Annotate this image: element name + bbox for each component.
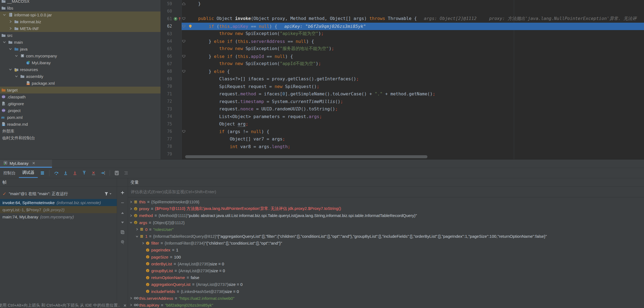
tab-mylibaray[interactable]: MyLibaray ✕ bbox=[0, 160, 52, 168]
tree-item[interactable]: informat.biz bbox=[0, 18, 161, 25]
tree-item[interactable]: .project bbox=[0, 107, 161, 114]
variable-row[interactable]: fpageSize=100 bbox=[128, 254, 644, 260]
variable-row[interactable]: fgroupByList={ArrayList@2736} size = 0 bbox=[128, 267, 644, 274]
variable-collapsed-chevron-icon[interactable] bbox=[135, 227, 140, 231]
editor-line[interactable]: 66 } else if (this.appId == null) { bbox=[161, 53, 644, 60]
editor-line[interactable]: 68 } else { bbox=[161, 68, 644, 75]
step-over-icon[interactable] bbox=[54, 171, 59, 175]
tab-console[interactable]: 控制台 bbox=[0, 168, 19, 178]
editor-line[interactable]: 70 SpiRequest request = new SpiRequest()… bbox=[161, 83, 644, 90]
variable-row[interactable]: this.serverAddress="https://uat2.informa… bbox=[128, 295, 644, 302]
tree-item[interactable]: __MACOSX bbox=[0, 0, 161, 5]
variable-collapsed-chevron-icon[interactable] bbox=[129, 214, 134, 218]
tree-collapsed-chevron-icon[interactable] bbox=[8, 19, 13, 24]
tab-debugger[interactable]: 调试器 bbox=[19, 168, 38, 178]
tree-expanded-chevron-icon[interactable] bbox=[2, 40, 7, 44]
variable-row[interactable]: this={SpiRemoteInvoke@1109} bbox=[128, 198, 644, 205]
variable-expanded-chevron-icon[interactable] bbox=[135, 234, 140, 238]
tree-expanded-chevron-icon[interactable] bbox=[2, 13, 7, 17]
editor-line[interactable]: 77 Object[] var7 = args; bbox=[161, 135, 644, 143]
editor-line[interactable]: 60 bbox=[161, 8, 644, 15]
editor-line[interactable]: 61 public Object invoke(Object proxy, Me… bbox=[161, 15, 644, 23]
tree-item[interactable]: .gitignore bbox=[0, 100, 161, 107]
evaluate-expression-icon[interactable] bbox=[114, 171, 119, 175]
close-icon[interactable]: ✕ bbox=[32, 161, 35, 165]
step-out-icon[interactable] bbox=[82, 171, 87, 175]
editor-line[interactable]: 64 } else if (this.serverAddress == null… bbox=[161, 38, 644, 45]
editor-line[interactable]: 59 } bbox=[161, 0, 644, 8]
variable-row[interactable]: freturnOptionName=false bbox=[128, 274, 644, 281]
step-into-icon[interactable] bbox=[63, 171, 68, 175]
evaluate-expression-input[interactable]: 评估表达式(Enter)或添加监视(Ctrl+Shift+Enter) bbox=[128, 187, 644, 197]
tree-item[interactable]: src bbox=[0, 32, 161, 39]
drop-frame-icon[interactable] bbox=[91, 171, 96, 175]
stack-frame-row[interactable]: queryList:-1, $Proxy7 (jdk.proxy2) bbox=[0, 206, 117, 213]
variable-row[interactable]: 0="rolesUser" bbox=[128, 226, 644, 233]
editor-horizontal-scrollbar[interactable] bbox=[185, 155, 427, 158]
editor-line[interactable]: 71 request.method = ifaces[0].getSimpleN… bbox=[161, 90, 644, 98]
stack-frame-row[interactable]: invoke:64, SpiRemoteInvoke (informat.biz… bbox=[0, 199, 117, 206]
tree-item[interactable]: resources bbox=[0, 66, 161, 73]
tree-item[interactable]: CMyLibaray bbox=[0, 59, 161, 66]
thread-dropdown-icon[interactable] bbox=[109, 192, 112, 196]
tree-item[interactable]: assembly bbox=[0, 73, 161, 80]
navigate-up-icon[interactable] bbox=[178, 17, 181, 21]
tree-expanded-chevron-icon[interactable] bbox=[14, 54, 19, 58]
variable-row[interactable]: fincludeFields={LinkedHashSet@2738} size… bbox=[128, 288, 644, 295]
variable-row[interactable]: ffilter={InformatFilter@2734} "{"childre… bbox=[128, 240, 644, 247]
move-watch-down-icon[interactable] bbox=[121, 220, 124, 225]
tree-item[interactable]: META-INF bbox=[0, 25, 161, 32]
tree-expanded-chevron-icon[interactable] bbox=[8, 47, 13, 51]
tree-item[interactable]: target bbox=[0, 87, 161, 93]
remove-watch-icon[interactable] bbox=[120, 201, 125, 206]
editor-line[interactable]: 67 throw new SpiException("appId不能为空"); bbox=[161, 60, 644, 68]
tree-expanded-chevron-icon[interactable] bbox=[14, 74, 19, 78]
duplicate-watch-icon[interactable] bbox=[120, 230, 125, 235]
variable-row[interactable]: pargs={Object[2]@1112} bbox=[128, 219, 644, 226]
tree-item[interactable]: .classpath bbox=[0, 93, 161, 100]
editor-line[interactable]: 69 Class<?>[] ifaces = proxy.getClass().… bbox=[161, 75, 644, 83]
variable-row[interactable]: fpageIndex=1 bbox=[128, 247, 644, 253]
editor-line[interactable]: 62 if (this.apiKey == null) {apiKey: "b6… bbox=[161, 23, 644, 30]
editor-line[interactable]: 75 Object arg; bbox=[161, 120, 644, 128]
variable-row[interactable]: pmethod={Method@1111} "public abstract j… bbox=[128, 212, 644, 219]
tree-item[interactable]: java bbox=[0, 46, 161, 52]
variable-collapsed-chevron-icon[interactable] bbox=[129, 200, 134, 204]
variable-row[interactable]: forderByList={ArrayList@2735} size = 0 bbox=[128, 260, 644, 267]
variable-row[interactable]: this.apiKey="b6f2a9qmj026zs3mi85yk" bbox=[128, 302, 644, 308]
editor-line[interactable]: 63 throw new SpiException("apikey不能为空"); bbox=[161, 30, 644, 38]
tree-item[interactable]: main bbox=[0, 39, 161, 46]
tree-item[interactable]: com.mycompany bbox=[0, 52, 161, 59]
intention-bulb-icon[interactable] bbox=[188, 24, 193, 28]
dismiss-hint-icon[interactable]: ✕ bbox=[123, 303, 127, 308]
run-to-cursor-icon[interactable] bbox=[100, 171, 105, 175]
tree-item[interactable]: MDreadme.md bbox=[0, 121, 161, 128]
threads-menu-icon[interactable] bbox=[40, 171, 45, 175]
move-watch-up-icon[interactable] bbox=[121, 211, 124, 216]
tree-expanded-chevron-icon[interactable] bbox=[8, 67, 13, 72]
variable-collapsed-chevron-icon[interactable] bbox=[129, 303, 134, 307]
variable-row[interactable]: pproxy={$Proxy7@1110} 方法抛出'java.lang.Nul… bbox=[128, 205, 644, 212]
variable-row[interactable]: faggregationQueryList={ArrayList@2737} s… bbox=[128, 281, 644, 288]
layout-settings-icon[interactable] bbox=[124, 171, 129, 175]
show-watches-icon[interactable] bbox=[120, 240, 125, 246]
editor-line[interactable]: 73 request.nonce = UUID.randomUUID().toS… bbox=[161, 105, 644, 113]
tree-collapsed-chevron-icon[interactable] bbox=[8, 26, 13, 31]
editor-line[interactable]: 72 request.timestamp = System.currentTim… bbox=[161, 98, 644, 105]
editor-line[interactable]: 76 if (args != null) { bbox=[161, 128, 644, 136]
filter-funnel-icon[interactable] bbox=[104, 192, 109, 196]
editor-line[interactable]: 74 List<Object> parameters = request.arg… bbox=[161, 113, 644, 121]
editor-line[interactable]: 78 int var8 = args.length; bbox=[161, 143, 644, 151]
variable-expanded-chevron-icon[interactable] bbox=[129, 221, 134, 224]
tree-item[interactable]: mpom.xml bbox=[0, 114, 161, 121]
tree-item[interactable]: <>package.xml bbox=[0, 80, 161, 87]
editor-line[interactable]: 65 throw new SpiException("服务器的地址不能为空"); bbox=[161, 45, 644, 53]
tree-item[interactable]: 临时文件和控制台 bbox=[0, 134, 161, 141]
thread-selector[interactable]: ✓"main"@1 在组 "main": 正在运行 bbox=[0, 190, 117, 197]
add-watch-icon[interactable] bbox=[120, 190, 125, 196]
tree-item[interactable]: 外部库 bbox=[0, 128, 161, 134]
code-editor[interactable]: 59 }6061 public Object invoke(Object pro… bbox=[161, 0, 644, 159]
variable-collapsed-chevron-icon[interactable] bbox=[129, 207, 134, 211]
force-step-into-icon[interactable] bbox=[72, 171, 77, 175]
tree-item[interactable]: libs bbox=[0, 5, 161, 11]
